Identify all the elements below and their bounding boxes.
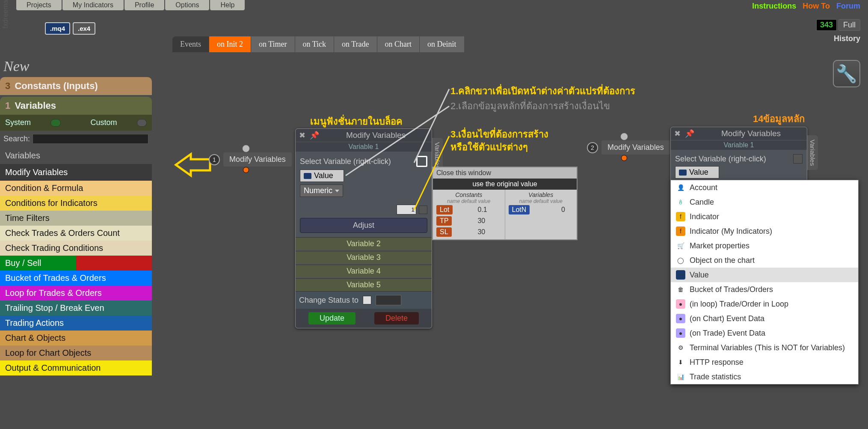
menu-my-indicators[interactable]: My Indicators (62, 0, 124, 10)
tab-on-deinit[interactable]: on Deinit (419, 36, 464, 52)
file-badges: .mq4 .ex4 (45, 22, 95, 35)
ctx-item-indicator[interactable]: fIndicator (671, 209, 858, 224)
sidebar-item-modify-variables[interactable]: Modify Variables (0, 164, 152, 181)
caret-icon (336, 175, 340, 177)
panel1-variable-5[interactable]: Variable 5 (296, 278, 432, 291)
panel2-value-dropdown[interactable]: Value (675, 166, 719, 179)
ctx-item-value[interactable]: ▭Value (671, 268, 858, 282)
panel1-change-status-checkbox[interactable] (363, 296, 371, 304)
sidebar-item-output-communication[interactable]: Output & Communication (0, 360, 152, 375)
tab-on-tick[interactable]: on Tick (295, 36, 334, 52)
sidebar-item-check-trading-conditions[interactable]: Check Trading Conditions (0, 241, 152, 256)
panel1-delete-button[interactable]: Delete (374, 312, 419, 325)
node-2[interactable]: 2 Modify Variables (587, 140, 670, 155)
badge-ex4[interactable]: .ex4 (73, 22, 95, 35)
panel1-variable-3[interactable]: Variable 3 (296, 251, 432, 264)
ctx-item-terminal-variables-this-is-not-for-variables-[interactable]: ⚙Terminal Variables (This is NOT for Var… (671, 340, 858, 355)
menu-projects[interactable]: Projects (16, 0, 62, 10)
tab-on-timer[interactable]: on Timer (251, 36, 295, 52)
event-tabs: Eventson Init 2on Timeron Tickon Tradeon… (172, 36, 464, 52)
ctx-item-indicator-my-indicators-[interactable]: fIndicator (My Indicators) (671, 224, 858, 238)
menu-options[interactable]: Options (165, 0, 209, 10)
popup-constants-header: Constants (435, 191, 503, 198)
history-link[interactable]: History (834, 34, 860, 43)
sidebar-item-loop-for-trades-orders[interactable]: Loop for Trades & Orders (0, 286, 152, 301)
sidebar-item-time-filters[interactable]: Time Filters (0, 211, 152, 226)
node2-top-connector[interactable] (620, 133, 628, 140)
panel1-select-variable-box[interactable] (416, 156, 427, 167)
ctx-icon: ● (676, 314, 685, 323)
panel1-variable-4[interactable]: Variable 4 (296, 265, 432, 277)
numeric-label: Numeric (304, 186, 332, 195)
panel1-variable1-header[interactable]: Variable 1 (296, 142, 432, 152)
sidebar-variables-header[interactable]: 1 Variables (0, 97, 152, 115)
panel1-update-button[interactable]: Update (308, 312, 355, 325)
ctx-item-candle[interactable]: 🕯Candle (671, 195, 858, 209)
popup-close[interactable]: Close this window (433, 167, 577, 179)
annotation-3-line2: หรือใช้ตัวแปรต่างๆ (450, 140, 528, 155)
sidebar-item-loop-for-chart-objects[interactable]: Loop for Chart Objects (0, 346, 152, 360)
panel2-close-icon[interactable]: ✖ (674, 129, 681, 138)
panel2-pin-icon[interactable]: 📌 (685, 129, 694, 138)
node1-bottom-connector[interactable] (243, 167, 249, 173)
ctx-item-market-properties[interactable]: 🛒Market properties (671, 238, 858, 253)
custom-toggle[interactable] (137, 119, 147, 127)
tab-on-chart[interactable]: on Chart (377, 36, 420, 52)
panel1-variable-2[interactable]: Variable 2 (296, 237, 432, 250)
variable-chip[interactable]: LotN (509, 205, 530, 214)
menu-help[interactable]: Help (210, 0, 245, 10)
ctx-item--in-loop-trade-order-in-loop[interactable]: ●(in loop) Trade/Order in Loop (671, 297, 858, 311)
sidebar-constants-header[interactable]: 3 Constants (Inputs) (0, 77, 152, 95)
panel2-select-variable-box[interactable] (793, 154, 803, 164)
ctx-item-bucket-of-trades-orders[interactable]: 🗑Bucket of Trades/Orders (671, 282, 858, 297)
ctx-item--on-chart-event-data[interactable]: ●(on Chart) Event Data (671, 311, 858, 326)
panel2-side-tab-variables[interactable]: Variables (807, 135, 818, 170)
panel1-pin-icon[interactable]: 📌 (310, 131, 319, 140)
sidebar-item-trailing-stop-break-even[interactable]: Trailing Stop / Break Even (0, 301, 152, 316)
search-input[interactable] (33, 134, 148, 144)
ctx-item--on-trade-event-data[interactable]: ●(on Trade) Event Data (671, 326, 858, 340)
ctx-item-http-response[interactable]: ⬇HTTP response (671, 355, 858, 369)
panel2-variable1-header[interactable]: Variable 1 (671, 140, 807, 150)
sidebar-item-buy-sell[interactable]: Buy / Sell (0, 256, 152, 271)
ctx-item-account[interactable]: 👤Account (671, 180, 858, 195)
panel1-close-icon[interactable]: ✖ (299, 131, 305, 140)
constant-chip[interactable]: SL (436, 227, 452, 237)
node1-top-connector[interactable] (242, 145, 250, 152)
constant-chip[interactable]: Lot (436, 205, 453, 214)
link-instructions[interactable]: Instructions (752, 2, 796, 10)
panel1-numeric-input[interactable] (397, 205, 416, 214)
constant-chip[interactable]: TP (436, 216, 452, 226)
node-1[interactable]: 1 Modify Variables (209, 152, 292, 167)
ctx-label: (on Trade) Event Data (690, 329, 765, 338)
tab-on-init[interactable]: on Init 2 (209, 36, 251, 52)
popup-use-original[interactable]: use the original value (433, 179, 577, 190)
system-toggle[interactable] (50, 119, 60, 127)
panel1-numeric-aux-box[interactable] (419, 206, 427, 214)
sidebar-item-conditions-for-indicators[interactable]: Conditions for Indicators (0, 196, 152, 211)
badge-mq4[interactable]: .mq4 (45, 22, 70, 35)
tab-on-trade[interactable]: on Trade (334, 36, 377, 52)
sidebar-item-condition-formula[interactable]: Condition & Formula (0, 181, 152, 196)
panel1-change-status-field[interactable] (376, 295, 401, 305)
sidebar-heading-variables: Variables (0, 147, 152, 164)
counter-mode[interactable]: Full (838, 19, 860, 31)
link-forum[interactable]: Forum (836, 2, 860, 10)
menu-profile[interactable]: Profile (124, 0, 164, 10)
ctx-item-trade-statistics[interactable]: 📊Trade statistics (671, 369, 858, 384)
sidebar-item-bucket-of-trades-orders[interactable]: Bucket of Trades & Orders (0, 271, 152, 286)
annotation-menu-title: เมนูฟังชั่นภายในบล็อค (310, 114, 403, 129)
ctx-label: Market properties (690, 241, 750, 250)
sidebar-item-chart-objects[interactable]: Chart & Objects (0, 331, 152, 346)
ctx-item-object-on-the-chart[interactable]: ◯Object on the chart (671, 253, 858, 268)
node2-bottom-connector[interactable] (621, 155, 627, 161)
wrench-tool-icon[interactable]: 🔧 (833, 60, 860, 87)
sidebar-item-trading-actions[interactable]: Trading Actions (0, 316, 152, 331)
link-howto[interactable]: How To (803, 2, 830, 10)
ctx-icon: 📊 (676, 372, 685, 381)
panel1-adjust-button[interactable]: Adjust (300, 218, 427, 233)
panel1-numeric-dropdown[interactable]: Numeric (300, 185, 343, 197)
sidebar-item-check-trades-orders-count[interactable]: Check Trades & Orders Count (0, 226, 152, 241)
panel1-value-dropdown[interactable]: Value (300, 170, 344, 182)
custom-label: Custom (91, 118, 117, 127)
